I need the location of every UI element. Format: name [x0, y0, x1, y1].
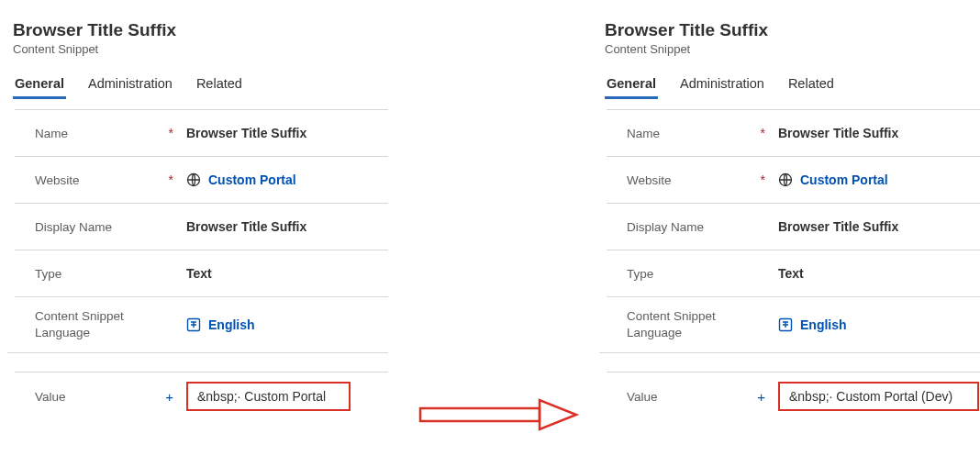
- tab-related[interactable]: Related: [786, 72, 836, 99]
- lookup-icon: [778, 317, 793, 332]
- field-label-type: Type: [627, 267, 653, 281]
- field-label-language: Content Snippet Language: [35, 308, 173, 341]
- lookup-icon: [186, 317, 201, 332]
- required-indicator: *: [761, 173, 765, 186]
- recommended-indicator: +: [165, 390, 173, 404]
- globe-icon: [186, 172, 201, 187]
- page-title: Browser Title Suffix: [13, 20, 388, 40]
- field-value-name[interactable]: Browser Title Suffix: [186, 126, 306, 140]
- field-value-display-name[interactable]: Browser Title Suffix: [186, 219, 306, 234]
- field-label-website: Website: [627, 173, 672, 187]
- field-label-value: Value: [35, 390, 66, 404]
- page-title: Browser Title Suffix: [605, 20, 980, 40]
- language-link-text: English: [208, 317, 255, 332]
- tab-administration[interactable]: Administration: [86, 72, 174, 99]
- form-general: Name * Browser Title Suffix Website * Cu…: [15, 109, 388, 352]
- tab-general[interactable]: General: [13, 72, 66, 99]
- field-value-display-name[interactable]: Browser Title Suffix: [778, 219, 898, 234]
- field-label-value: Value: [627, 390, 658, 404]
- required-indicator: *: [169, 127, 173, 139]
- svg-marker-3: [540, 400, 576, 429]
- recommended-indicator: +: [757, 390, 765, 404]
- field-value-value-highlighted[interactable]: &nbsp;· Custom Portal (Dev): [778, 382, 979, 411]
- record-panel-after: Browser Title Suffix Content Snippet Gen…: [599, 13, 980, 420]
- field-label-website: Website: [35, 173, 80, 187]
- language-link-text: English: [800, 317, 847, 332]
- value-text: &nbsp;· Custom Portal: [197, 389, 326, 404]
- tab-administration[interactable]: Administration: [678, 72, 766, 99]
- svg-rect-2: [420, 408, 540, 421]
- website-link-text: Custom Portal: [208, 172, 296, 187]
- field-value-name[interactable]: Browser Title Suffix: [778, 126, 898, 140]
- field-value-type[interactable]: Text: [186, 266, 212, 281]
- globe-icon: [778, 172, 793, 187]
- field-value-website[interactable]: Custom Portal: [186, 172, 296, 187]
- tab-strip: General Administration Related: [13, 72, 388, 100]
- field-value-language[interactable]: English: [186, 317, 255, 332]
- required-indicator: *: [169, 173, 173, 186]
- tab-strip: General Administration Related: [605, 72, 980, 100]
- field-value-website[interactable]: Custom Portal: [778, 172, 888, 187]
- transition-arrow-container: [397, 13, 590, 420]
- record-panel-before: Browser Title Suffix Content Snippet Gen…: [7, 13, 388, 420]
- tab-related[interactable]: Related: [195, 72, 244, 99]
- form-general: Name * Browser Title Suffix Website * Cu…: [607, 109, 980, 352]
- value-section: Value + &nbsp;· Custom Portal: [15, 372, 388, 420]
- entity-subtitle: Content Snippet: [13, 42, 388, 56]
- field-value-value-highlighted[interactable]: &nbsp;· Custom Portal: [186, 382, 351, 411]
- tab-general[interactable]: General: [605, 72, 658, 99]
- arrow-icon: [416, 396, 581, 433]
- website-link-text: Custom Portal: [800, 172, 888, 187]
- field-label-display-name: Display Name: [627, 220, 704, 234]
- field-label-display-name: Display Name: [35, 220, 112, 234]
- field-label-name: Name: [35, 127, 68, 140]
- value-section: Value + &nbsp;· Custom Portal (Dev): [607, 372, 980, 420]
- entity-subtitle: Content Snippet: [605, 42, 980, 56]
- field-label-language: Content Snippet Language: [627, 308, 765, 341]
- field-value-type[interactable]: Text: [778, 266, 804, 281]
- required-indicator: *: [761, 127, 765, 139]
- value-text: &nbsp;· Custom Portal (Dev): [789, 389, 952, 404]
- field-label-name: Name: [627, 127, 660, 140]
- field-label-type: Type: [35, 267, 61, 281]
- field-value-language[interactable]: English: [778, 317, 847, 332]
